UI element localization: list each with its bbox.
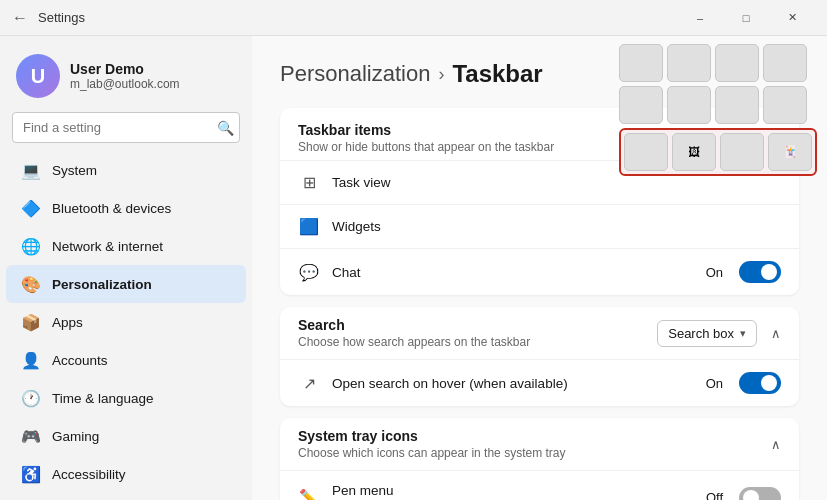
titlebar-left: ← Settings xyxy=(12,9,85,27)
user-info: User Demo m_lab@outlook.com xyxy=(70,61,180,91)
pen-menu-toggle-group: Off xyxy=(706,487,781,501)
avatar: U xyxy=(16,54,60,98)
thumb-cell-selected[interactable] xyxy=(720,133,764,171)
titlebar: ← Settings – □ ✕ xyxy=(0,0,827,36)
search-input[interactable] xyxy=(12,112,240,143)
search-appearance-dropdown[interactable]: Search box ▾ xyxy=(657,320,757,347)
widgets-row: 🟦 Widgets xyxy=(280,204,799,248)
chevron-down-icon: ▾ xyxy=(740,327,746,340)
sidebar-item-label: Time & language xyxy=(52,391,154,406)
chat-icon: 💬 xyxy=(298,263,320,282)
system-tray-subtitle: Choose which icons can appear in the sys… xyxy=(298,446,565,460)
sidebar-item-network[interactable]: 🌐 Network & internet xyxy=(6,227,246,265)
chat-row: 💬 Chat On xyxy=(280,248,799,295)
open-search-hover-row: ↗ Open search on hover (when available) … xyxy=(280,359,799,406)
titlebar-controls: – □ ✕ xyxy=(677,0,815,36)
page-title: Taskbar xyxy=(452,60,542,88)
accounts-icon: 👤 xyxy=(22,351,40,369)
task-view-label: Task view xyxy=(332,175,391,190)
sidebar-item-label: Accounts xyxy=(52,353,108,368)
system-tray-header: System tray icons Choose which icons can… xyxy=(280,418,799,470)
user-email: m_lab@outlook.com xyxy=(70,77,180,91)
sidebar-item-label: Apps xyxy=(52,315,83,330)
accessibility-icon: ♿ xyxy=(22,465,40,483)
sidebar-item-personalization[interactable]: 🎨 Personalization xyxy=(6,265,246,303)
sidebar-item-apps[interactable]: 📦 Apps xyxy=(6,303,246,341)
open-search-toggle-group: On xyxy=(706,372,781,394)
system-tray-collapse-button[interactable]: ∧ xyxy=(771,437,781,452)
chat-label: Chat xyxy=(332,265,361,280)
system-icon: 💻 xyxy=(22,161,40,179)
breadcrumb-parent[interactable]: Personalization xyxy=(280,61,430,87)
widgets-icon: 🟦 xyxy=(298,217,320,236)
bluetooth-icon: 🔷 xyxy=(22,199,40,217)
sidebar-item-accounts[interactable]: 👤 Accounts xyxy=(6,341,246,379)
pen-menu-toggle[interactable] xyxy=(739,487,781,501)
sidebar-item-time[interactable]: 🕐 Time & language xyxy=(6,379,246,417)
thumb-cell-selected-icon[interactable]: 🖼 xyxy=(672,133,716,171)
thumb-cell-selected-icon[interactable]: 🃏 xyxy=(768,133,812,171)
thumb-cell[interactable] xyxy=(715,86,759,124)
sidebar-item-accessibility[interactable]: ♿ Accessibility xyxy=(6,455,246,493)
search-collapse-button[interactable]: ∧ xyxy=(771,326,781,341)
app-body: U User Demo m_lab@outlook.com 🔍 💻 System… xyxy=(0,36,827,500)
minimize-button[interactable]: – xyxy=(677,0,723,36)
apps-icon: 📦 xyxy=(22,313,40,331)
chat-toggle-label: On xyxy=(706,265,723,280)
thumb-cell[interactable] xyxy=(667,44,711,82)
maximize-button[interactable]: □ xyxy=(723,0,769,36)
open-search-toggle-label: On xyxy=(706,376,723,391)
sidebar-item-system[interactable]: 💻 System xyxy=(6,151,246,189)
thumb-cell[interactable] xyxy=(667,86,711,124)
open-search-icon: ↗ xyxy=(298,374,320,393)
thumb-cell[interactable] xyxy=(763,86,807,124)
user-name: User Demo xyxy=(70,61,180,77)
search-section: Search Choose how search appears on the … xyxy=(280,307,799,406)
search-dropdown-value: Search box xyxy=(668,326,734,341)
thumb-cell[interactable] xyxy=(763,44,807,82)
widgets-label: Widgets xyxy=(332,219,381,234)
back-button[interactable]: ← xyxy=(12,9,28,27)
sidebar-item-gaming[interactable]: 🎮 Gaming xyxy=(6,417,246,455)
sidebar-nav: 💻 System 🔷 Bluetooth & devices 🌐 Network… xyxy=(0,151,252,500)
open-search-toggle[interactable] xyxy=(739,372,781,394)
sidebar-item-label: Gaming xyxy=(52,429,99,444)
thumbnail-grid-overlay: 🖼 🃏 xyxy=(619,44,817,176)
breadcrumb-chevron: › xyxy=(438,64,444,85)
time-icon: 🕐 xyxy=(22,389,40,407)
user-profile: U User Demo m_lab@outlook.com xyxy=(0,44,252,112)
sidebar-item-label: Accessibility xyxy=(52,467,126,482)
chat-toggle-group: On xyxy=(706,261,781,283)
sidebar-item-label: Bluetooth & devices xyxy=(52,201,171,216)
sidebar-item-label: Personalization xyxy=(52,277,152,292)
thumb-cell[interactable] xyxy=(619,44,663,82)
sidebar-item-label: System xyxy=(52,163,97,178)
sidebar-item-label: Network & internet xyxy=(52,239,163,254)
thumb-cell-selected[interactable] xyxy=(624,133,668,171)
search-title: Search xyxy=(298,317,530,333)
pen-menu-toggle-label: Off xyxy=(706,490,723,500)
open-search-label: Open search on hover (when available) xyxy=(332,376,568,391)
close-button[interactable]: ✕ xyxy=(769,0,815,36)
task-view-icon: ⊞ xyxy=(298,173,320,192)
pen-menu-icon: ✏️ xyxy=(298,488,320,500)
sidebar: U User Demo m_lab@outlook.com 🔍 💻 System… xyxy=(0,36,252,500)
pen-menu-label: Pen menu xyxy=(332,483,547,498)
thumb-cell[interactable] xyxy=(715,44,759,82)
sidebar-item-privacy[interactable]: 🔒 Privacy & security xyxy=(6,493,246,500)
pen-menu-row: ✏️ Pen menu Show pen menu icon when pen … xyxy=(280,470,799,500)
system-tray-title: System tray icons xyxy=(298,428,565,444)
main-content: 🖼 🃏 Personalization › Taskbar Taskbar it… xyxy=(252,36,827,500)
system-tray-section: System tray icons Choose which icons can… xyxy=(280,418,799,500)
search-icon[interactable]: 🔍 xyxy=(217,120,234,136)
titlebar-title: Settings xyxy=(38,10,85,25)
personalization-icon: 🎨 xyxy=(22,275,40,293)
search-subtitle: Choose how search appears on the taskbar xyxy=(298,335,530,349)
gaming-icon: 🎮 xyxy=(22,427,40,445)
sidebar-search-box: 🔍 xyxy=(12,112,240,143)
network-icon: 🌐 xyxy=(22,237,40,255)
search-section-header: Search Choose how search appears on the … xyxy=(280,307,799,359)
chat-toggle[interactable] xyxy=(739,261,781,283)
sidebar-item-bluetooth[interactable]: 🔷 Bluetooth & devices xyxy=(6,189,246,227)
thumb-cell[interactable] xyxy=(619,86,663,124)
